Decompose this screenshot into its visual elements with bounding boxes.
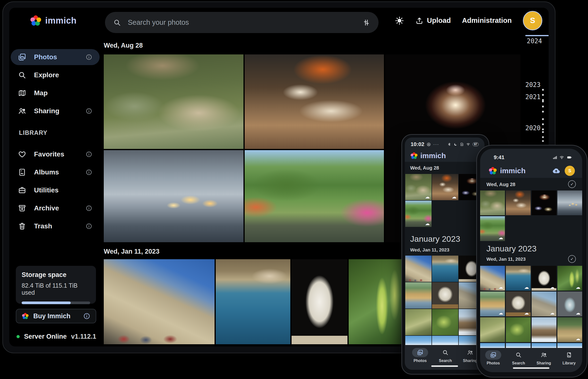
- nav-photos[interactable]: Photos: [407, 348, 433, 363]
- thumb-coast[interactable]: [506, 266, 531, 291]
- thumb-beach[interactable]: [405, 282, 431, 309]
- info-icon[interactable]: [83, 313, 90, 320]
- sidebar-item-utilities[interactable]: Utilities: [11, 182, 100, 198]
- nav-photos[interactable]: Photos: [481, 350, 506, 365]
- photo-holding-hands[interactable]: [104, 150, 243, 242]
- photo-coastal-town[interactable]: [216, 259, 290, 344]
- search-input[interactable]: [127, 18, 356, 27]
- home-indicator[interactable]: [513, 367, 549, 369]
- sidebar-item-favorites[interactable]: Favorites: [11, 146, 100, 162]
- thumb-dinner[interactable]: [506, 190, 531, 215]
- timeline-year[interactable]: 2020: [525, 124, 540, 132]
- user-avatar[interactable]: S: [523, 11, 542, 30]
- sidebar-item-sharing[interactable]: Sharing: [11, 103, 100, 119]
- photo-monkeys-at-zoo[interactable]: [104, 54, 243, 149]
- thumb-berries-closeup[interactable]: [432, 309, 458, 335]
- home-indicator[interactable]: [431, 365, 458, 367]
- upload-label: Upload: [427, 16, 451, 25]
- no-sim-icon: [460, 142, 464, 146]
- sidebar-item-trash[interactable]: Trash: [11, 218, 100, 234]
- thumb-sky[interactable]: [405, 336, 431, 345]
- thumb-sculpture[interactable]: [506, 292, 531, 316]
- album-icon: [18, 168, 26, 176]
- thumb-berries-closeup[interactable]: [506, 317, 531, 342]
- user-avatar[interactable]: S: [565, 166, 575, 176]
- thumb-sky[interactable]: [506, 343, 531, 348]
- storage-usage: 82.4 TiB of 115.1 TiB used: [22, 282, 90, 296]
- info-icon[interactable]: [85, 108, 92, 114]
- thumb-sky[interactable]: [432, 336, 458, 345]
- thumb-dinner[interactable]: [432, 174, 458, 200]
- thumb-monkeys[interactable]: [480, 190, 505, 215]
- thumb-alpine-chalet[interactable]: [557, 317, 582, 342]
- thumb-sky[interactable]: [532, 343, 556, 348]
- app-logo[interactable]: immich: [30, 15, 77, 27]
- nav-search[interactable]: Search: [506, 350, 531, 365]
- select-all-check-icon[interactable]: [568, 255, 576, 263]
- thumb-winter-village[interactable]: [532, 317, 556, 342]
- thumb-coast[interactable]: [432, 256, 458, 282]
- timeline-year[interactable]: 2024: [527, 37, 542, 45]
- buy-immich-button[interactable]: Buy Immich: [16, 309, 96, 323]
- thumb-fortress[interactable]: [405, 256, 431, 282]
- trash-icon: [18, 222, 26, 230]
- thumb-sky[interactable]: [557, 343, 582, 348]
- sidebar-item-albums[interactable]: Albums: [11, 164, 100, 180]
- thumb-autumn-path[interactable]: [405, 201, 431, 227]
- thumb-silver-ornament[interactable]: [557, 292, 582, 316]
- sidebar-item-explore[interactable]: Explore: [11, 67, 100, 83]
- immich-android-app: 10:02 ··· 97 immich Wed, Aug 28 January …: [405, 138, 484, 370]
- thumb-beach[interactable]: [480, 292, 505, 316]
- thumb-statue[interactable]: [532, 266, 556, 291]
- thumb-sculpture[interactable]: [432, 282, 458, 309]
- thumb-monkeys[interactable]: [405, 174, 431, 200]
- thumb-sky[interactable]: [480, 343, 505, 348]
- search-filter-icon[interactable]: [363, 19, 370, 27]
- info-icon[interactable]: [85, 169, 92, 176]
- nav-library[interactable]: Library: [556, 350, 582, 365]
- sidebar-item-archive[interactable]: Archive: [11, 200, 100, 216]
- search-bar[interactable]: [105, 12, 379, 33]
- backup-cloud-icon[interactable]: [551, 167, 562, 175]
- info-icon[interactable]: [85, 151, 92, 158]
- photo-autumn-garden-path[interactable]: [245, 150, 384, 242]
- server-status-label: Server Online: [24, 333, 71, 340]
- storage-card: Storage space 82.4 TiB of 115.1 TiB used: [16, 266, 96, 304]
- sidebar-item-map[interactable]: Map: [11, 85, 100, 101]
- photo-dubrovnik-fortress-walls[interactable]: [104, 259, 215, 344]
- search-icon: [442, 349, 448, 356]
- cloud-sync-icon: [452, 194, 457, 199]
- search-icon: [515, 352, 522, 358]
- iphone-frame: 9:41 immich S Wed, Aug 28 January: [476, 145, 588, 378]
- thumb-lizard[interactable]: [480, 317, 505, 342]
- server-online-dot: [16, 335, 20, 338]
- thumb-holding-hands[interactable]: [557, 190, 582, 215]
- android-status-bar: 10:02 ··· 97: [405, 138, 484, 149]
- dnd-moon-icon: [454, 142, 458, 146]
- info-icon[interactable]: [85, 205, 92, 212]
- nav-search[interactable]: Search: [432, 348, 459, 363]
- timeline-year[interactable]: 2023: [525, 81, 540, 88]
- theme-toggle-sun-icon[interactable]: [395, 16, 404, 25]
- scrubber-position-indicator: [525, 35, 549, 36]
- info-icon[interactable]: [85, 54, 92, 61]
- info-icon[interactable]: [85, 223, 92, 230]
- photo-green-berries[interactable]: [349, 259, 406, 344]
- thumb-lizard[interactable]: [405, 309, 431, 335]
- sidebar-item-photos[interactable]: Photos: [11, 49, 100, 65]
- thumb-fireworks[interactable]: [532, 190, 556, 215]
- thumb-fortress[interactable]: [480, 266, 505, 291]
- photo-marble-bust[interactable]: [292, 259, 348, 344]
- upload-button[interactable]: Upload: [415, 16, 451, 25]
- explore-search-icon: [18, 71, 26, 79]
- photo-autumn-dinner-table[interactable]: [245, 54, 384, 149]
- cloud-sync-icon: [425, 194, 430, 199]
- thumb-ruined-walls[interactable]: [532, 292, 556, 316]
- nav-sharing[interactable]: Sharing: [531, 350, 556, 365]
- thumb-autumn-path[interactable]: [480, 216, 505, 241]
- thumb-berries[interactable]: [557, 266, 582, 291]
- timeline-year[interactable]: 2021: [525, 93, 540, 101]
- administration-link[interactable]: Administration: [462, 16, 512, 25]
- cloud-sync-icon: [498, 285, 503, 290]
- select-all-check-icon[interactable]: [568, 180, 576, 188]
